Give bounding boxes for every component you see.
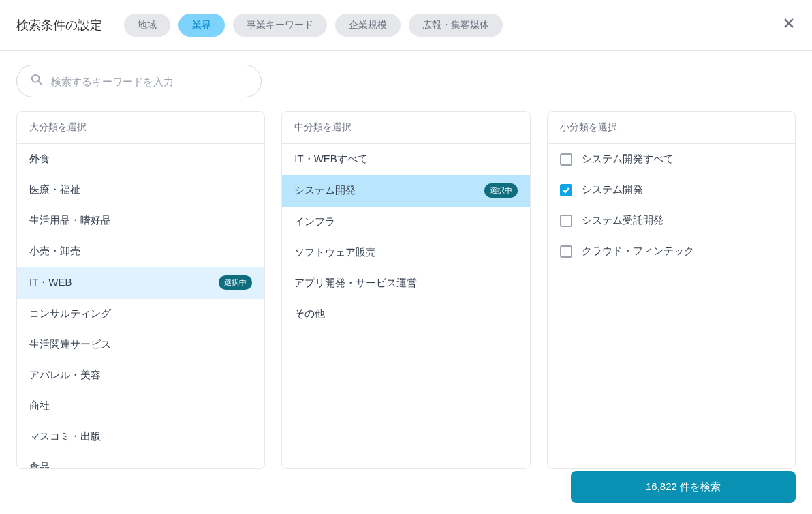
search-row bbox=[0, 51, 812, 97]
tab-industry[interactable]: 業界 bbox=[178, 14, 225, 37]
checkbox-checked[interactable] bbox=[560, 184, 572, 196]
small-category-header: 小分類を選択 bbox=[548, 112, 795, 144]
search-input[interactable] bbox=[51, 76, 247, 87]
result-count: 16,822 bbox=[646, 481, 677, 492]
large-category-panel: 大分類を選択 外食 医療・福祉 生活用品・嗜好品 小売・卸売 IT・WEB 選択… bbox=[16, 111, 265, 469]
tab-region[interactable]: 地域 bbox=[124, 14, 170, 37]
middle-category-list[interactable]: IT・WEBすべて システム開発 選択中 インフラ ソフトウェア販売 アプリ開発… bbox=[282, 144, 529, 468]
middle-category-item-selected[interactable]: システム開発 選択中 bbox=[282, 175, 529, 207]
large-category-item[interactable]: 小売・卸売 bbox=[17, 236, 264, 267]
large-category-item[interactable]: コンサルティング bbox=[17, 299, 264, 329]
small-category-checkbox-item[interactable]: システム開発 bbox=[548, 175, 795, 205]
large-category-item[interactable]: 食品 bbox=[17, 452, 264, 468]
large-category-item[interactable]: 商社 bbox=[17, 391, 264, 421]
small-category-checkbox-item[interactable]: システム開発すべて bbox=[548, 144, 795, 175]
tab-media[interactable]: 広報・集客媒体 bbox=[409, 14, 503, 37]
middle-category-item[interactable]: IT・WEBすべて bbox=[282, 144, 529, 175]
small-category-checkbox-item[interactable]: クラウド・フィンテック bbox=[548, 236, 795, 267]
svg-point-2 bbox=[32, 75, 40, 82]
modal-footer: 16,822 件を検索 bbox=[555, 460, 812, 514]
small-category-list[interactable]: システム開発すべて システム開発 システム受託開発 クラウド・フィンテック bbox=[548, 144, 795, 468]
large-category-item[interactable]: 医療・福祉 bbox=[17, 175, 264, 205]
middle-category-item[interactable]: ソフトウェア販売 bbox=[282, 237, 529, 268]
small-category-checkbox-item[interactable]: システム受託開発 bbox=[548, 205, 795, 236]
tab-company-size[interactable]: 企業規模 bbox=[335, 14, 401, 37]
large-category-item[interactable]: マスコミ・出版 bbox=[17, 421, 264, 452]
large-category-item[interactable]: 生活関連サービス bbox=[17, 329, 264, 360]
close-button[interactable] bbox=[782, 16, 796, 33]
search-suffix: 件を検索 bbox=[677, 481, 721, 492]
check-icon bbox=[562, 186, 570, 194]
large-category-item[interactable]: 生活用品・嗜好品 bbox=[17, 205, 264, 236]
category-panels: 大分類を選択 外食 医療・福祉 生活用品・嗜好品 小売・卸売 IT・WEB 選択… bbox=[0, 97, 812, 483]
large-category-item-selected[interactable]: IT・WEB 選択中 bbox=[17, 267, 264, 299]
selected-badge: 選択中 bbox=[484, 183, 518, 198]
middle-category-header: 中分類を選択 bbox=[282, 112, 529, 144]
middle-category-panel: 中分類を選択 IT・WEBすべて システム開発 選択中 インフラ ソフトウェア販… bbox=[281, 111, 530, 469]
large-category-header: 大分類を選択 bbox=[17, 112, 264, 144]
category-tabs: 地域 業界 事業キーワード 企業規模 広報・集客媒体 bbox=[124, 14, 503, 37]
large-category-item[interactable]: アパレル・美容 bbox=[17, 360, 264, 391]
search-box[interactable] bbox=[16, 65, 262, 97]
middle-category-item[interactable]: その他 bbox=[282, 299, 529, 329]
modal-header: 検索条件の設定 地域 業界 事業キーワード 企業規模 広報・集客媒体 bbox=[0, 0, 812, 51]
search-icon bbox=[31, 74, 43, 89]
large-category-item[interactable]: 外食 bbox=[17, 144, 264, 175]
checkbox-unchecked[interactable] bbox=[560, 153, 572, 166]
selected-badge: 選択中 bbox=[219, 275, 252, 290]
checkbox-unchecked[interactable] bbox=[560, 215, 572, 227]
checkbox-unchecked[interactable] bbox=[560, 245, 572, 258]
middle-category-item[interactable]: アプリ開発・サービス運営 bbox=[282, 268, 529, 299]
small-category-panel: 小分類を選択 システム開発すべて システム開発 システム受託開発 bbox=[547, 111, 796, 469]
svg-line-3 bbox=[39, 82, 42, 85]
close-icon bbox=[782, 16, 796, 30]
modal-title: 検索条件の設定 bbox=[16, 17, 102, 33]
middle-category-item[interactable]: インフラ bbox=[282, 207, 529, 237]
tab-keyword[interactable]: 事業キーワード bbox=[233, 14, 327, 37]
large-category-list[interactable]: 外食 医療・福祉 生活用品・嗜好品 小売・卸売 IT・WEB 選択中 コンサルテ… bbox=[17, 144, 264, 468]
search-button[interactable]: 16,822 件を検索 bbox=[571, 471, 796, 503]
